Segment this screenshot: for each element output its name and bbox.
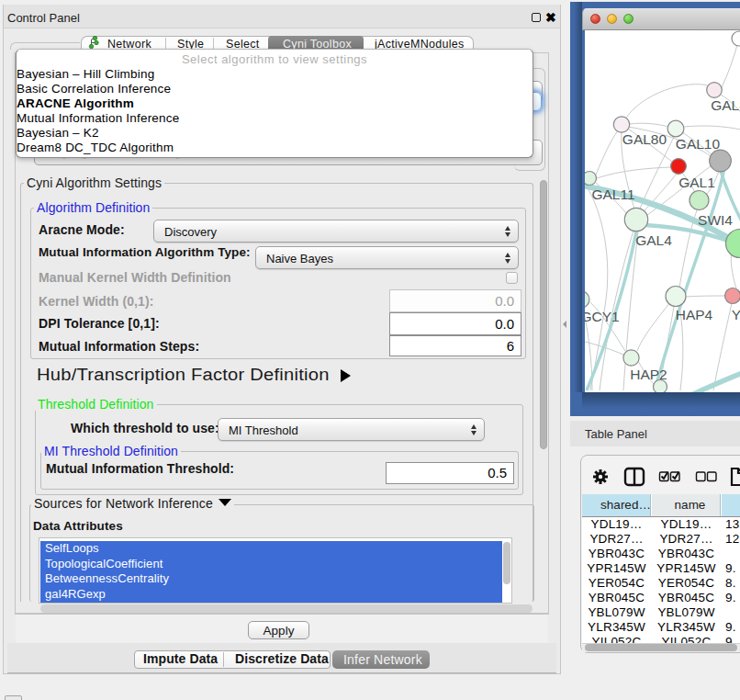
svg-text:GAL80: GAL80 <box>622 131 667 147</box>
svg-text:HAP2: HAP2 <box>630 367 667 382</box>
svg-text:HAP4: HAP4 <box>676 307 713 322</box>
svg-text:GAL11: GAL11 <box>591 186 634 202</box>
svg-text:GAL4: GAL4 <box>635 232 672 248</box>
svg-text:GCY1: GCY1 <box>585 309 620 324</box>
svg-text:Y: Y <box>732 307 740 322</box>
svg-text:GAL8: GAL8 <box>711 97 740 113</box>
svg-text:GAL1: GAL1 <box>678 175 715 190</box>
svg-text:SWI4: SWI4 <box>698 212 733 228</box>
svg-text:GAL10: GAL10 <box>676 136 721 152</box>
